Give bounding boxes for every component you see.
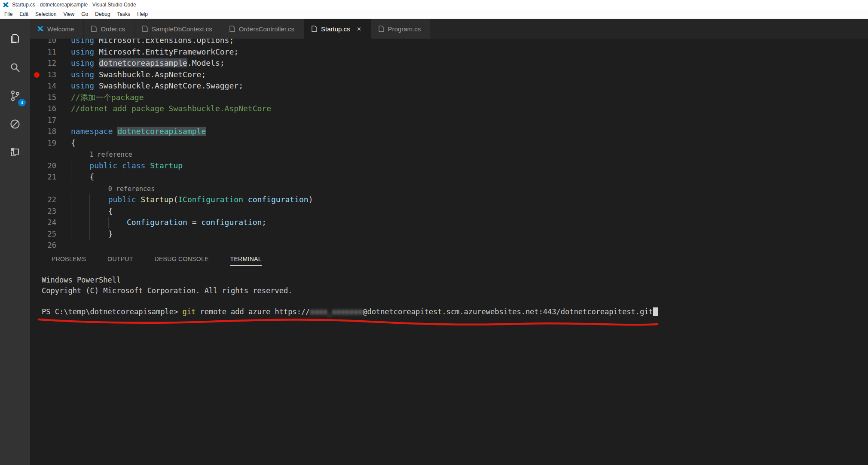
indent-guide (89, 228, 108, 240)
terminal-url-suffix: @dotnetcoreapitest.scm.azurewebsites.net… (363, 307, 653, 316)
code-line: 15//添加一个package (30, 92, 868, 103)
indent-guide (71, 160, 89, 172)
menu-help[interactable]: Help (134, 10, 151, 18)
file-icon (142, 25, 148, 32)
code-token: { (89, 172, 94, 181)
bottom-panel: PROBLEMS OUTPUT DEBUG CONSOLE TERMINAL W… (30, 248, 868, 465)
gutter: 25 (30, 228, 71, 240)
code-line: 16//dotnet add package Swashbuckle.AspNe… (30, 103, 868, 115)
red-underline-annotation (30, 316, 675, 335)
tab-order-cs[interactable]: Order.cs (84, 19, 135, 39)
source-control-icon[interactable]: 4 (0, 82, 30, 110)
gutter: 14 (30, 80, 71, 92)
debug-icon[interactable] (0, 110, 30, 138)
gutter: 19 (30, 137, 71, 149)
code-token: using (71, 39, 94, 45)
tab-sampledbcontext-cs[interactable]: SampleDbContext.cs (135, 19, 222, 39)
gutter: 11 (30, 46, 71, 58)
code-token: IConfiguration (178, 195, 243, 204)
gutter: 16 (30, 103, 71, 115)
menu-debug[interactable]: Debug (92, 10, 113, 18)
code-line: 19{ (30, 137, 868, 149)
code-token: = (187, 218, 202, 227)
menu-edit[interactable]: Edit (16, 10, 32, 18)
tab-startup-cs[interactable]: Startup.cs × (304, 19, 371, 39)
code-line: 17 (30, 115, 868, 126)
code-line-content: Configuration = configuration; (71, 217, 266, 228)
gutter (30, 183, 71, 195)
code-token (145, 161, 150, 170)
gutter: 23 (30, 206, 71, 217)
extensions-icon[interactable] (0, 138, 30, 167)
menu-view[interactable]: View (60, 10, 78, 18)
codelens-row: 0 references (30, 183, 868, 195)
title-bar: Startup.cs - dotnetcoreapisample - Visua… (0, 0, 868, 9)
tab-label: Welcome (47, 25, 74, 33)
file-icon (229, 25, 235, 32)
tab-orderscontroller-cs[interactable]: OrdersController.cs (222, 19, 304, 39)
line-number: 25 (30, 228, 71, 240)
explorer-icon[interactable] (0, 25, 30, 53)
panel-tab-bar: PROBLEMS OUTPUT DEBUG CONSOLE TERMINAL (30, 248, 868, 273)
menu-selection[interactable]: Selection (32, 10, 60, 18)
code-token: dotnetcoreapisample (99, 58, 187, 67)
line-number: 14 (30, 80, 71, 92)
line-number: 11 (30, 46, 71, 58)
panel-tab-problems[interactable]: PROBLEMS (52, 255, 86, 266)
code-token: { (108, 207, 113, 216)
gutter (30, 149, 71, 160)
tab-program-cs[interactable]: Program.cs (371, 19, 431, 39)
menu-tasks[interactable]: Tasks (114, 10, 134, 18)
menu-file[interactable]: File (1, 10, 16, 18)
line-number: 15 (30, 92, 71, 103)
file-icon (378, 25, 385, 32)
code-line-content: } (71, 228, 113, 240)
code-token: dotnetcoreapisample (117, 127, 206, 136)
gutter: 21 (30, 171, 71, 183)
code-line-content: namespace dotnetcoreapisample (71, 126, 206, 137)
window-title: Startup.cs - dotnetcoreapisample - Visua… (12, 2, 136, 8)
gutter: 12 (30, 58, 71, 69)
code-token: ( (173, 195, 178, 204)
terminal[interactable]: Windows PowerShell Copyright (C) Microso… (30, 273, 868, 317)
code-line-content: { (71, 171, 94, 183)
panel-tab-terminal[interactable]: TERMINAL (230, 255, 262, 266)
code-editor[interactable]: 10using Microsoft.Extensions.Options;11u… (30, 39, 868, 248)
indent-guide (71, 228, 89, 240)
code-token: .Models; (187, 58, 225, 67)
code-line-content: public class Startup (71, 160, 183, 172)
tab-welcome[interactable]: Welcome (30, 19, 84, 39)
code-line: 24Configuration = configuration; (30, 217, 868, 228)
search-icon[interactable] (0, 53, 30, 82)
terminal-banner-line: Windows PowerShell (42, 275, 868, 286)
codelens-label[interactable]: 1 reference (89, 151, 132, 158)
terminal-prompt: PS C:\temp\dotnetcoreapisample> (42, 307, 183, 316)
line-number: 26 (30, 240, 71, 248)
terminal-command-line[interactable]: PS C:\temp\dotnetcoreapisample> git remo… (42, 307, 868, 317)
file-icon (311, 25, 318, 32)
close-icon[interactable]: × (357, 25, 361, 33)
code-token: namespace (71, 127, 113, 136)
code-token (136, 195, 141, 204)
code-token: ; (262, 218, 266, 227)
line-number: 18 (30, 126, 71, 137)
editor-tab-bar: Welcome Order.cs S (30, 19, 868, 39)
menu-go[interactable]: Go (78, 10, 92, 18)
line-number: 23 (30, 206, 71, 217)
code-line: 13using Swashbuckle.AspNetCore; (30, 69, 868, 81)
source-control-badge: 4 (18, 99, 26, 106)
code-token: Microsoft.Extensions.Options; (94, 39, 234, 45)
codelens-label[interactable]: 0 references (108, 185, 155, 193)
code-token (113, 127, 118, 136)
welcome-tab-icon (37, 25, 44, 32)
terminal-cursor (653, 307, 658, 316)
code-line-content: using Microsoft.Extensions.Options; (71, 39, 234, 46)
code-token (243, 195, 248, 204)
code-token: using (71, 70, 94, 79)
panel-tab-debug-console[interactable]: DEBUG CONSOLE (155, 255, 209, 266)
panel-tab-output[interactable]: OUTPUT (107, 255, 133, 266)
code-line-content: //添加一个package (71, 92, 144, 103)
line-number: 16 (30, 103, 71, 115)
breakpoint-dot[interactable] (34, 72, 40, 78)
code-line-content: { (71, 206, 113, 217)
